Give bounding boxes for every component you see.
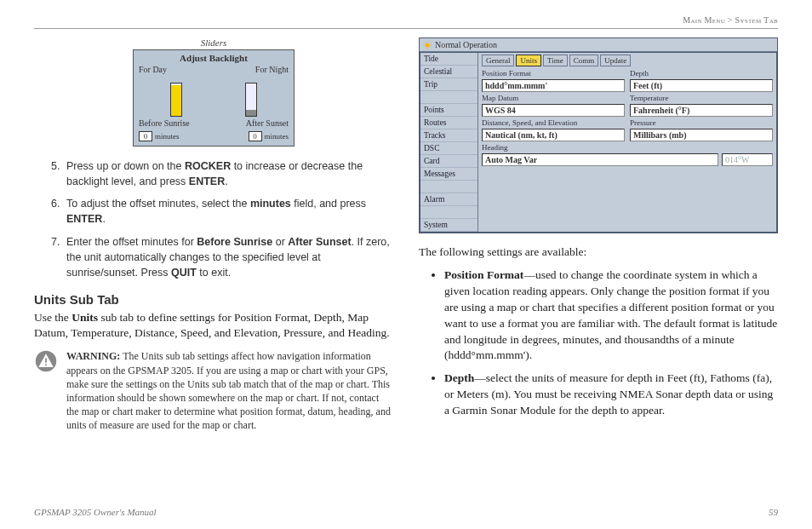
tab-time[interactable]: Time xyxy=(543,55,568,66)
before-minutes-label: minutes xyxy=(155,132,180,141)
panel-title: Adjust Backlight xyxy=(139,53,289,63)
adjust-backlight-panel: Adjust Backlight For Day For Night Befor… xyxy=(133,49,294,147)
side-menu-item[interactable]: Trip xyxy=(420,78,477,91)
dse-label: Distance, Speed, and Elevation xyxy=(482,118,625,127)
breadcrumb-sep: > xyxy=(725,15,735,25)
right-column: Normal Operation TideCelestialTrip Point… xyxy=(419,37,778,432)
depth-field[interactable]: Feet (ft) xyxy=(630,79,773,92)
side-menu-item[interactable]: Tide xyxy=(420,53,477,66)
tab-units[interactable]: Units xyxy=(516,55,541,66)
side-menu-item[interactable]: Messages xyxy=(420,168,477,181)
breadcrumb-left: Main Menu xyxy=(683,15,725,25)
footer-right: 59 xyxy=(769,507,778,517)
warning-text: WARNING: The Units sub tab settings affe… xyxy=(66,349,393,432)
units-window-title: Normal Operation xyxy=(420,38,777,52)
units-tabs: GeneralUnitsTimeCommUpdate xyxy=(482,55,773,66)
posfmt-field[interactable]: hddd°mm.mmm' xyxy=(482,79,625,92)
side-menu-item[interactable]: Card xyxy=(420,155,477,168)
units-screenshot: Normal Operation TideCelestialTrip Point… xyxy=(419,37,778,233)
step-5: Press up or down on the ROCKER to increa… xyxy=(63,158,393,189)
slider-caption: Sliders xyxy=(133,37,294,48)
tab-general[interactable]: General xyxy=(482,55,514,66)
left-column: Sliders Adjust Backlight For Day For Nig… xyxy=(34,37,393,432)
page-footer: GPSMAP 3205 Owner's Manual 59 xyxy=(34,507,778,517)
datum-field[interactable]: WGS 84 xyxy=(482,104,625,117)
depth-label: Depth xyxy=(630,69,773,78)
side-menu-item[interactable]: Routes xyxy=(420,117,477,129)
heading-field[interactable]: Auto Mag Var xyxy=(482,153,718,166)
heading-value2: 014°W xyxy=(722,153,773,166)
bullet-position-format: Position Format—used to change the coord… xyxy=(444,267,778,364)
day-label: For Day xyxy=(139,65,167,74)
side-menu-item[interactable]: Alarm xyxy=(420,193,477,206)
before-minutes-field[interactable]: 0 xyxy=(139,131,152,141)
side-menu-item[interactable]: Celestial xyxy=(420,66,477,78)
temp-field[interactable]: Fahrenheit (°F) xyxy=(630,104,773,117)
tab-comm[interactable]: Comm xyxy=(569,55,599,66)
step-7: Enter the offset minutes for Before Sunr… xyxy=(63,234,393,280)
following-intro: The following settings are available: xyxy=(419,245,778,259)
sun-icon xyxy=(423,41,432,49)
svg-point-3 xyxy=(426,43,430,47)
press-field[interactable]: Millibars (mb) xyxy=(630,129,773,141)
tab-update[interactable]: Update xyxy=(600,55,631,66)
press-label: Pressure xyxy=(630,118,773,127)
after-sunset-label: After Sunset xyxy=(246,118,289,128)
night-label: For Night xyxy=(255,65,289,74)
temp-label: Temperature xyxy=(630,94,773,102)
side-menu-item[interactable]: Points xyxy=(420,104,477,117)
steps-list: Press up or down on the ROCKER to increa… xyxy=(63,158,393,280)
svg-rect-2 xyxy=(45,365,47,366)
breadcrumb-right: System Tab xyxy=(735,15,778,25)
after-minutes-field[interactable]: 0 xyxy=(249,131,262,141)
slider-figure: Sliders Adjust Backlight For Day For Nig… xyxy=(133,37,294,147)
side-menu-item[interactable]: System xyxy=(420,219,477,232)
side-menu-item[interactable]: DSC xyxy=(420,142,477,155)
horizontal-rule xyxy=(34,28,778,29)
settings-bullets: Position Format—used to change the coord… xyxy=(444,267,778,419)
day-slider[interactable] xyxy=(170,83,182,117)
breadcrumb: Main Menu > System Tab xyxy=(34,15,778,25)
units-intro: Use the Units sub tab to define settings… xyxy=(34,310,393,341)
heading-label: Heading xyxy=(482,143,773,152)
posfmt-label: Position Format xyxy=(482,69,625,78)
side-menu-item xyxy=(420,91,477,104)
footer-left: GPSMAP 3205 Owner's Manual xyxy=(34,507,157,517)
units-subhead: Units Sub Tab xyxy=(34,292,393,307)
datum-label: Map Datum xyxy=(482,94,625,102)
side-menu-item xyxy=(420,206,477,219)
units-side-menu: TideCelestialTrip PointsRoutesTracksDSCC… xyxy=(420,53,478,232)
warning-icon xyxy=(34,349,58,373)
side-menu-item xyxy=(420,181,477,193)
step-6: To adjust the offset minutes, select the… xyxy=(63,196,393,227)
before-sunrise-label: Before Sunrise xyxy=(139,118,190,128)
dse-field[interactable]: Nautical (nm, kt, ft) xyxy=(482,129,625,141)
after-minutes-label: minutes xyxy=(265,132,289,141)
bullet-depth: Depth—select the units of measure for de… xyxy=(444,371,778,419)
side-menu-item[interactable]: Tracks xyxy=(420,129,477,142)
warning-box: WARNING: The Units sub tab settings affe… xyxy=(34,349,393,432)
night-slider[interactable] xyxy=(245,83,257,117)
svg-rect-1 xyxy=(45,359,47,363)
